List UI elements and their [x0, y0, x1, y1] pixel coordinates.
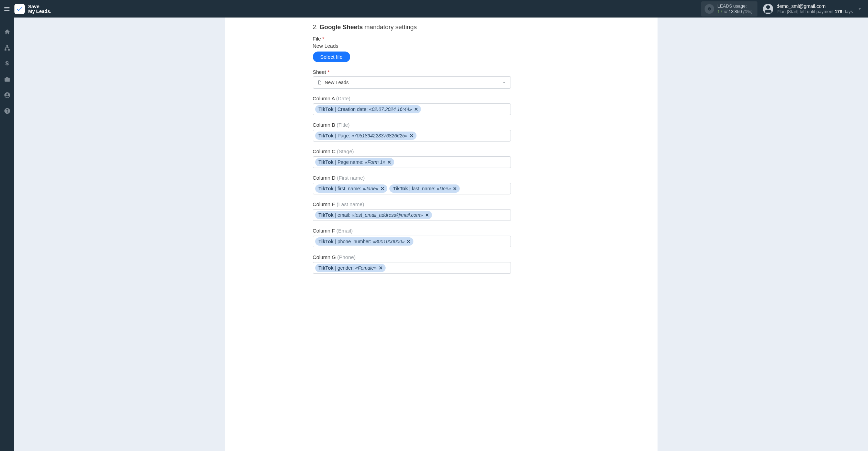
tag-remove-button[interactable]: ✕ — [379, 265, 383, 271]
tag-value: «7051894223376826625» — [352, 133, 408, 139]
tag-remove-button[interactable]: ✕ — [380, 185, 385, 192]
column-field: Column D (First name)TikTok | first_name… — [313, 175, 511, 194]
briefcase-icon — [4, 76, 11, 83]
column-field: Column G (Phone)TikTok | gender: «Female… — [313, 254, 511, 274]
column-label-hint: (Email) — [336, 228, 353, 234]
mapping-tag[interactable]: TikTok | Page name: «Form 1» ✕ — [315, 158, 395, 166]
sidebar-item-account[interactable] — [0, 91, 14, 99]
tag-value: «Doe» — [437, 185, 451, 192]
sidebar-item-home[interactable] — [0, 28, 14, 36]
tag-field: last_name: — [412, 185, 435, 192]
sidebar-item-help[interactable] — [0, 107, 14, 115]
tag-remove-button[interactable]: ✕ — [414, 106, 418, 112]
tag-source: TikTok — [393, 185, 408, 192]
sidebar-item-billing[interactable] — [0, 59, 14, 68]
tag-field: gender: — [338, 265, 354, 271]
column-tag-input[interactable]: TikTok | email: «test_email_address@mail… — [313, 209, 511, 221]
column-tag-input[interactable]: TikTok | first_name: «Jane» ✕TikTok | la… — [313, 183, 511, 194]
tag-source: TikTok — [319, 265, 334, 271]
tag-source: TikTok — [319, 159, 334, 165]
column-label-hint: (First name) — [337, 175, 365, 181]
chevron-down-icon — [502, 80, 506, 85]
user-circle-icon — [4, 92, 11, 99]
column-tag-input[interactable]: TikTok | Page name: «Form 1» ✕ — [313, 156, 511, 168]
tag-value: «02.07.2024 16:44» — [369, 106, 412, 112]
tag-separator: | — [409, 185, 411, 192]
file-value: New Leads — [313, 43, 511, 49]
columns-list: Column A (Date)TikTok | Creation date: «… — [313, 95, 511, 274]
column-label-main: Column F — [313, 228, 336, 234]
section-rest: mandatory settings — [365, 24, 417, 31]
tag-field: Creation date: — [338, 106, 368, 112]
tag-separator: | — [335, 265, 336, 271]
column-label: Column D (First name) — [313, 175, 511, 181]
tag-separator: | — [335, 106, 336, 112]
user-box[interactable]: demo_sml@gmail.com Plan |Start| left unt… — [763, 3, 853, 14]
mapping-tag[interactable]: TikTok | last_name: «Doe» ✕ — [389, 184, 460, 193]
column-field: Column B (Title)TikTok | Page: «70518942… — [313, 122, 511, 142]
user-email: demo_sml@gmail.com — [777, 3, 853, 9]
column-field: Column E (Last name)TikTok | email: «tes… — [313, 201, 511, 221]
tag-source: TikTok — [319, 238, 334, 245]
column-field: Column C (Stage)TikTok | Page name: «For… — [313, 148, 511, 168]
mapping-tag[interactable]: TikTok | Creation date: «02.07.2024 16:4… — [315, 105, 421, 113]
section-title: 2. Google Sheets mandatory settings — [313, 24, 511, 31]
home-icon — [4, 29, 11, 35]
mapping-tag[interactable]: TikTok | email: «test_email_address@mail… — [315, 211, 432, 219]
column-tag-input[interactable]: TikTok | Page: «7051894223376826625» ✕ — [313, 130, 511, 142]
usage-text: LEADS usage: 17 of 13'850 (0%) — [718, 3, 753, 14]
column-field: Column A (Date)TikTok | Creation date: «… — [313, 95, 511, 115]
sidebar-item-connections[interactable] — [0, 44, 14, 52]
tag-remove-button[interactable]: ✕ — [410, 133, 414, 139]
usage-label: LEADS usage: — [718, 3, 753, 9]
tag-value: «Form 1» — [365, 159, 385, 165]
sidebar — [0, 18, 14, 451]
usage-box[interactable]: LEADS usage: 17 of 13'850 (0%) — [701, 1, 757, 16]
sheet-label: Sheet * — [313, 69, 511, 75]
content-wrap[interactable]: 2. Google Sheets mandatory settings File… — [14, 18, 868, 451]
column-label-hint: (Title) — [337, 122, 350, 128]
hamburger-icon — [3, 5, 10, 12]
user-plan-prefix: Plan |Start| left until payment — [777, 9, 834, 14]
tag-field: Page: — [338, 133, 350, 139]
topbar: Save My Leads. LEADS usage: 17 of 13'850… — [0, 0, 868, 18]
tag-remove-button[interactable]: ✕ — [387, 159, 391, 165]
tag-remove-button[interactable]: ✕ — [425, 212, 429, 218]
sheet-select[interactable]: New Leads — [313, 76, 511, 89]
mapping-tag[interactable]: TikTok | first_name: «Jane» ✕ — [315, 184, 388, 193]
app-logo — [14, 4, 25, 14]
tag-source: TikTok — [319, 106, 334, 112]
tag-remove-button[interactable]: ✕ — [453, 185, 457, 192]
mapping-tag[interactable]: TikTok | phone_number: «8001000000» ✕ — [315, 237, 414, 246]
tag-field: phone_number: — [338, 238, 371, 245]
tag-value: «8001000000» — [373, 238, 404, 245]
tag-field: email: — [338, 212, 350, 218]
mapping-tag[interactable]: TikTok | Page: «7051894223376826625» ✕ — [315, 132, 417, 140]
column-tag-input[interactable]: TikTok | gender: «Female» ✕ — [313, 262, 511, 274]
user-days: 178 — [835, 9, 842, 14]
tag-value: «Female» — [355, 265, 376, 271]
select-file-button[interactable]: Select file — [313, 52, 350, 62]
sidebar-item-briefcase[interactable] — [0, 75, 14, 83]
check-icon — [16, 5, 23, 12]
file-label-text: File — [313, 36, 321, 42]
mapping-tag[interactable]: TikTok | gender: «Female» ✕ — [315, 264, 386, 272]
tag-source: TikTok — [319, 133, 334, 139]
column-label: Column A (Date) — [313, 95, 511, 101]
tag-separator: | — [335, 133, 336, 139]
usage-total: 13'850 — [729, 9, 742, 14]
column-field: Column F (Email)TikTok | phone_number: «… — [313, 228, 511, 247]
column-tag-input[interactable]: TikTok | phone_number: «8001000000» ✕ — [313, 236, 511, 247]
column-tag-input[interactable]: TikTok | Creation date: «02.07.2024 16:4… — [313, 103, 511, 115]
tag-separator: | — [335, 185, 336, 192]
column-label-main: Column D — [313, 175, 337, 181]
tag-source: TikTok — [319, 185, 334, 192]
column-label: Column B (Title) — [313, 122, 511, 128]
menu-toggle-button[interactable] — [0, 0, 14, 18]
sheet-value: New Leads — [325, 80, 349, 85]
usage-of: of — [724, 9, 728, 14]
tag-remove-button[interactable]: ✕ — [407, 238, 411, 245]
user-expand-button[interactable] — [856, 6, 863, 12]
chevron-down-icon — [857, 6, 863, 12]
column-label-hint: (Phone) — [337, 254, 355, 260]
